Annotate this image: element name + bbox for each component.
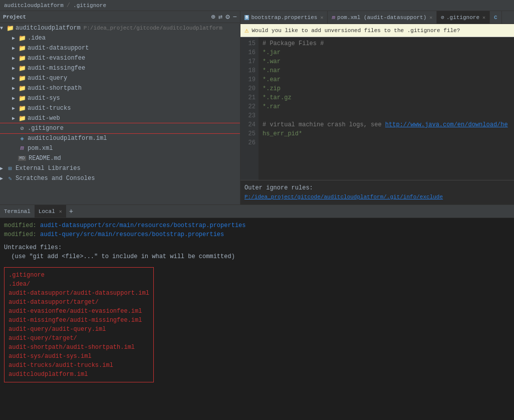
tree-label-trucks: audit-trucks bbox=[28, 105, 71, 112]
sidebar-tree[interactable]: ▼ 📁 auditcloudplatform P:/idea_project/g… bbox=[0, 23, 240, 204]
untracked-file-3: audit-datasupport/audit-datasupport.iml bbox=[9, 289, 149, 298]
main-area: Project ⊕ ⇄ ⚙ − ▼ 📁 auditcloudplatform P… bbox=[0, 11, 514, 204]
tree-item-pom[interactable]: ▶ m pom.xml bbox=[0, 143, 240, 153]
modified-label-1: modified: bbox=[4, 222, 37, 229]
code-line-19: *.ear bbox=[263, 75, 510, 84]
tab-icon-gitignore: ⊘ bbox=[441, 14, 444, 21]
root-path: P:/idea_project/gitcode/auditcloudplatfo… bbox=[84, 25, 222, 31]
tab-icon-bootstrap: B bbox=[244, 15, 249, 20]
modified-path-1: audit-datasupport/src/main/resources/boo… bbox=[40, 222, 245, 229]
tree-item-iml[interactable]: ▶ ◈ auditcloudplatform.iml bbox=[0, 133, 240, 143]
tab-label-gitignore: .gitignore bbox=[446, 15, 479, 21]
tab-label-bootstrap: bootstrap.properties bbox=[251, 15, 317, 21]
folder-icon-idea: 📁 bbox=[18, 35, 26, 42]
code-line-22: *.rar bbox=[263, 102, 510, 111]
untracked-file-2: .idea/ bbox=[9, 280, 149, 289]
tree-label-ext-lib: External Libraries bbox=[16, 165, 81, 172]
untracked-box: .gitignore .idea/ audit-datasupport/audi… bbox=[4, 267, 154, 382]
tree-item-audit-shortpath[interactable]: ▶ 📁 audit-shortpath bbox=[0, 83, 240, 93]
tree-item-ext-libraries[interactable]: ▶ ⊞ External Libraries bbox=[0, 163, 240, 173]
sidebar-header: Project ⊕ ⇄ ⚙ − bbox=[0, 11, 240, 23]
tree-label-gitignore: .gitignore bbox=[28, 125, 64, 132]
code-editor[interactable]: 15 16 17 18 19 20 21 22 23 24 25 26 # Pa… bbox=[240, 37, 514, 180]
terminal-tab-local[interactable]: Local ✕ bbox=[35, 205, 66, 218]
local-tab-close[interactable]: ✕ bbox=[59, 208, 62, 215]
bottom-panel: Terminal Local ✕ + modified: audit-datas… bbox=[0, 204, 514, 420]
outer-ignore-title: Outer ignore rules: bbox=[244, 184, 510, 191]
tree-item-audit-query[interactable]: ▶ 📁 audit-query bbox=[0, 73, 240, 83]
tree-label-sys: audit-sys bbox=[28, 95, 60, 102]
tab-gitignore[interactable]: ⊘ .gitignore ✕ bbox=[437, 11, 490, 24]
tree-item-audit-evasionfee[interactable]: ▶ 📁 audit-evasionfee bbox=[0, 53, 240, 63]
tree-label-query: audit-query bbox=[28, 75, 67, 82]
tab-pom[interactable]: m pom.xml (audit-datasupport) ✕ bbox=[328, 11, 437, 24]
tree-item-audit-web[interactable]: ▶ 📁 audit-web bbox=[0, 113, 240, 123]
tree-arrow-web: ▶ bbox=[12, 115, 18, 121]
folder-icon-trucks: 📁 bbox=[18, 105, 26, 112]
tab-close-pom[interactable]: ✕ bbox=[429, 15, 432, 21]
top-bar-file: .gitignore bbox=[73, 3, 106, 9]
folder-icon-missingfee: 📁 bbox=[18, 65, 26, 72]
tree-arrow-query: ▶ bbox=[12, 75, 18, 81]
sidebar-icon-add[interactable]: ⊕ bbox=[211, 13, 215, 21]
line-numbers: 15 16 17 18 19 20 21 22 23 24 25 26 bbox=[240, 37, 259, 180]
tree-item-audit-missingfee[interactable]: ▶ 📁 audit-missingfee bbox=[0, 63, 240, 73]
tree-item-audit-sys[interactable]: ▶ 📁 audit-sys bbox=[0, 93, 240, 103]
tree-item-scratches[interactable]: ▶ ✎ Scratches and Consoles bbox=[0, 173, 240, 183]
sidebar-icon-gear[interactable]: ⚙ bbox=[225, 13, 229, 21]
sidebar-header-icons: ⊕ ⇄ ⚙ − bbox=[211, 13, 237, 21]
untracked-file-5: audit-evasionfee/audit-evasionfee.iml bbox=[9, 307, 149, 316]
terminal-tab-plus[interactable]: + bbox=[66, 205, 76, 218]
sidebar: Project ⊕ ⇄ ⚙ − ▼ 📁 auditcloudplatform P… bbox=[0, 11, 240, 204]
scratches-icon: ✎ bbox=[6, 175, 14, 182]
tab-close-gitignore[interactable]: ✕ bbox=[482, 15, 485, 21]
tree-label-idea: .idea bbox=[28, 35, 46, 42]
code-line-25: hs_err_pid* bbox=[263, 129, 510, 138]
code-link-24[interactable]: http://www.java.com/en/download/he bbox=[385, 121, 508, 128]
tree-arrow-evasionfee: ▶ bbox=[12, 55, 18, 61]
top-bar-sep: / bbox=[67, 2, 70, 9]
notif-icon: ⚠ bbox=[244, 26, 248, 35]
tree-arrow-trucks: ▶ bbox=[12, 105, 18, 111]
notif-text: Would you like to add unversioned files … bbox=[251, 28, 460, 34]
modified-label-2: modified: bbox=[4, 231, 37, 238]
tree-item-gitignore[interactable]: ▶ ⊘ .gitignore bbox=[0, 123, 240, 133]
tree-item-idea[interactable]: ▶ 📁 .idea bbox=[0, 33, 240, 43]
pom-icon: m bbox=[18, 145, 26, 152]
terminal-content[interactable]: modified: audit-datasupport/src/main/res… bbox=[0, 218, 514, 420]
tab-c[interactable]: C bbox=[490, 11, 502, 24]
code-line-15: # Package Files # bbox=[263, 39, 510, 48]
sidebar-icon-sync[interactable]: ⇄ bbox=[218, 13, 222, 21]
outer-ignore-link[interactable]: P:/idea_project/gitcode/auditcloudplatfo… bbox=[244, 194, 443, 200]
readme-icon: MD bbox=[18, 156, 26, 161]
tree-root[interactable]: ▼ 📁 auditcloudplatform P:/idea_project/g… bbox=[0, 23, 240, 33]
code-line-21: *.tar.gz bbox=[263, 93, 510, 102]
modified-path-2: audit-query/src/main/resources/bootstrap… bbox=[40, 231, 224, 238]
tree-item-audit-trucks[interactable]: ▶ 📁 audit-trucks bbox=[0, 103, 240, 113]
tree-arrow-ext: ▶ bbox=[0, 165, 6, 171]
code-line-20: *.zip bbox=[263, 84, 510, 93]
terminal-untracked-section: Untracked files: (use "git add <file>...… bbox=[4, 243, 510, 386]
folder-icon-shortpath: 📁 bbox=[18, 85, 26, 92]
folder-icon-datasupport: 📁 bbox=[18, 45, 26, 52]
tab-close-bootstrap[interactable]: ✕ bbox=[320, 15, 323, 21]
tree-item-readme[interactable]: ▶ MD README.md bbox=[0, 153, 240, 163]
code-line-18: *.nar bbox=[263, 66, 510, 75]
untracked-label: Untracked files: bbox=[4, 243, 510, 252]
notification-bar: ⚠ Would you like to add unversioned file… bbox=[240, 24, 514, 37]
folder-icon-sys: 📁 bbox=[18, 95, 26, 102]
tree-item-audit-datasupport[interactable]: ▶ 📁 audit-datasupport bbox=[0, 43, 240, 53]
tab-bootstrap[interactable]: B bootstrap.properties ✕ bbox=[240, 11, 328, 24]
untracked-file-1: .gitignore bbox=[9, 271, 149, 280]
tree-arrow-scratches: ▶ bbox=[0, 175, 6, 181]
sidebar-icon-minus[interactable]: − bbox=[233, 13, 237, 21]
folder-icon-evasionfee: 📁 bbox=[18, 55, 26, 62]
terminal-tab-terminal[interactable]: Terminal bbox=[0, 205, 35, 218]
code-line-16: *.jar bbox=[263, 48, 510, 57]
code-line-23 bbox=[263, 111, 510, 120]
folder-icon-query: 📁 bbox=[18, 75, 26, 82]
terminal-line-modified2: modified: audit-query/src/main/resources… bbox=[4, 230, 510, 239]
tree-arrow-missingfee: ▶ bbox=[12, 65, 18, 71]
tree-label-evasionfee: audit-evasionfee bbox=[28, 55, 85, 62]
code-content[interactable]: # Package Files # *.jar *.war *.nar *.ea… bbox=[259, 37, 514, 180]
